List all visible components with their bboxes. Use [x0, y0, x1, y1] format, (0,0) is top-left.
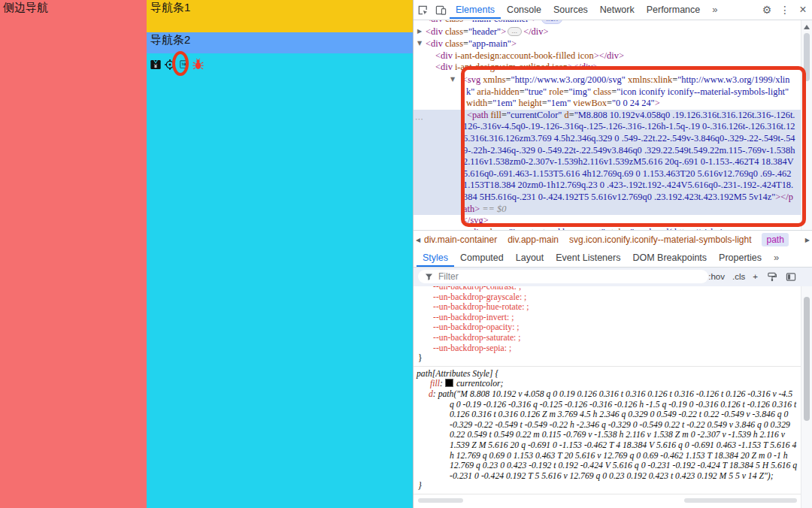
settings-gear-icon[interactable]: ⚙ [758, 1, 776, 19]
devtools-toolbar: ElementsConsoleSourcesNetworkPerformance… [414, 0, 812, 20]
rendering-paint-icon[interactable] [765, 271, 777, 283]
styles-sidebar-tabs: StylesComputedLayoutEvent ListenersDOM B… [414, 248, 812, 268]
d-path-value: path("M 8.808 10.192 v 4.058 q 0 0.19 0.… [438, 389, 798, 481]
node-actions-ellipsis-icon[interactable]: ⋯ [415, 114, 424, 124]
account-book-filled-icon [150, 59, 162, 71]
page-sidebar: 侧边导航 [0, 0, 147, 508]
expand-arrow-icon[interactable]: ▶ [417, 26, 426, 38]
css-variables-list: --un-backdrop-contrast: ;--un-backdrop-g… [417, 286, 798, 353]
close-devtools-icon[interactable]: × [794, 1, 812, 19]
red-masked-bug-icon [192, 58, 205, 71]
elements-tree-node[interactable]: <path fill="currentColor" d="M8.808 10.1… [414, 110, 801, 215]
device-toolbar-icon[interactable] [432, 1, 450, 19]
styles-toggle-hov[interactable]: :hov [708, 272, 725, 281]
kebab-menu-icon[interactable]: ⋮ [776, 1, 794, 19]
tab-properties[interactable]: Properties [713, 249, 768, 267]
clipped-css-rule [414, 494, 801, 506]
tab-elements[interactable]: Elements [450, 1, 501, 19]
css-rule-uno-variables: --un-backdrop-contrast: ;--un-backdrop-g… [414, 286, 801, 367]
navbar-2-label: 导航条2 [150, 33, 190, 46]
breadcrumb-item[interactable]: div.app-main [508, 234, 559, 245]
css-variable-line[interactable]: --un-backdrop-invert: ; [417, 313, 798, 323]
devtools-panel: ElementsConsoleSourcesNetworkPerformance… [413, 0, 812, 508]
tab-computed[interactable]: Computed [454, 249, 510, 267]
styles-scrollbar[interactable] [801, 267, 812, 508]
breadcrumb-item[interactable]: path [762, 233, 788, 246]
rule-selector[interactable]: path[Attributes Style] { [417, 369, 798, 379]
elements-tree-node[interactable]: <div class="main-container">flex [414, 20, 801, 26]
breadcrumb-item[interactable]: svg.icon.iconify.iconify--material-symbo… [569, 234, 752, 245]
page-main: 导航条1 导航条2 [147, 0, 413, 508]
elements-tree-node[interactable]: ▼<svg xmlns="http://www.w3.org/2000/svg"… [414, 74, 801, 110]
more-tabs-button[interactable]: » [768, 249, 785, 267]
page-content [147, 53, 413, 508]
annotation-ellipse [172, 51, 189, 76]
tab-dom-breakpoints[interactable]: DOM Breakpoints [626, 249, 713, 267]
css-variable-line[interactable]: --un-backdrop-contrast: ; [417, 286, 798, 292]
elements-tree: <div class="main-container">flex▶<div cl… [414, 20, 801, 230]
rule-close-brace: } [417, 481, 798, 491]
tab-network[interactable]: Network [594, 1, 641, 19]
breadcrumb-item[interactable]: div.main-container [424, 234, 497, 245]
elements-breadcrumb: ◀ ▶ div.main-containerdiv.app-mainsvg.ic… [414, 230, 812, 249]
computed-styles-sidebar-toggle-icon[interactable] [785, 271, 797, 283]
styles-toggle-cls[interactable]: .cls [732, 272, 745, 281]
tab-console[interactable]: Console [501, 1, 547, 19]
css-rule-attributes-style: path[Attributes Style] { fill:currentcol… [414, 367, 801, 494]
collapsed-content-ellipsis-icon[interactable]: … [508, 27, 522, 36]
elements-tree-node[interactable]: ▼<div class="app-main"> [414, 38, 801, 50]
css-property-d[interactable]: d: path("M 8.808 10.192 v 4.058 q 0 0.19… [417, 389, 798, 481]
breadcrumb-scroll-right-icon[interactable]: ▶ [805, 237, 810, 243]
breadcrumb-scroll-left-icon[interactable]: ◀ [416, 237, 420, 243]
tab-sources[interactable]: Sources [547, 1, 594, 19]
css-variable-line[interactable]: --un-backdrop-hue-rotate: ; [417, 302, 798, 313]
elements-tree-node[interactable]: <div i-ant-design:aim-outlined icon></di… [414, 62, 801, 74]
css-variable-line[interactable]: --un-backdrop-sepia: ; [417, 343, 798, 354]
filter-toggles: :hov.cls+ [708, 271, 797, 283]
sidebar-title: 侧边导航 [3, 1, 48, 14]
web-page: 侧边导航 导航条1 导航条2 [0, 0, 413, 508]
rule-close-brace: } [417, 353, 798, 364]
styles-toggle-[interactable]: + [753, 272, 758, 281]
devtools-main-tabs: ElementsConsoleSourcesNetworkPerformance… [450, 1, 723, 19]
elements-tree-node[interactable]: <div i-ant-design:account-book-filled ic… [414, 50, 801, 62]
tab-event-listeners[interactable]: Event Listeners [550, 249, 626, 267]
navbar-1: 导航条1 [147, 0, 413, 32]
tab-layout[interactable]: Layout [510, 249, 550, 267]
tab-performance[interactable]: Performance [641, 1, 707, 19]
navbar-1-label: 导航条1 [150, 1, 190, 14]
tab-styles[interactable]: Styles [417, 249, 454, 267]
styles-pane: --un-backdrop-contrast: ;--un-backdrop-g… [414, 286, 801, 508]
screenshot-root: 侧边导航 导航条1 导航条2 [0, 0, 812, 508]
styles-filter-bar: Filter :hov.cls+ [414, 267, 812, 286]
css-variable-line[interactable]: --un-backdrop-saturate: ; [417, 333, 798, 343]
elements-tree-node[interactable]: ▶<div class="header">…</div> [414, 26, 801, 38]
styles-filter-input[interactable]: Filter [418, 270, 708, 283]
elements-scrollbar[interactable] [801, 20, 812, 230]
css-variable-line[interactable]: --un-backdrop-opacity: ; [417, 322, 798, 333]
collapse-arrow-icon[interactable]: ▼ [417, 38, 426, 50]
styles-scrollbar-thumb[interactable] [804, 297, 810, 421]
color-swatch[interactable] [445, 379, 453, 387]
scroll-up-arrow-icon[interactable] [804, 22, 810, 29]
collapse-arrow-icon[interactable]: ▼ [454, 74, 462, 86]
css-property-fill[interactable]: fill:currentcolor; [417, 379, 798, 389]
filter-placeholder: Filter [438, 271, 459, 282]
elements-tree-node[interactable]: </svg> [414, 215, 801, 227]
css-variable-line[interactable]: --un-backdrop-grayscale: ; [417, 292, 798, 303]
more-tabs-button[interactable]: » [706, 1, 723, 19]
navbar-2: 导航条2 [147, 32, 413, 53]
toolbar-right-controls: ⚙ ⋮ × [758, 1, 812, 19]
elements-scrollbar-thumb[interactable] [804, 33, 810, 81]
inspect-element-icon[interactable] [414, 1, 432, 19]
filter-funnel-icon [425, 273, 433, 281]
